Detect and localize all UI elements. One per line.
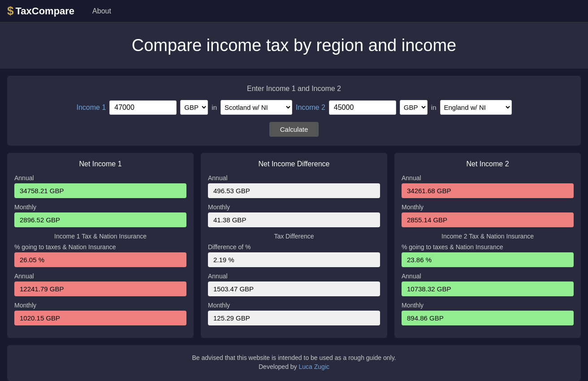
about-link[interactable]: About (88, 7, 116, 15)
input-section: Enter Income 1 and Income 2 Income 1 GBP… (7, 76, 581, 146)
ni2-monthly-value: 2855.14 GBP (402, 212, 574, 227)
footer-dev: Developed by Luca Zugic (14, 363, 574, 370)
ni2-percent-label: % going to taxes & Nation Insurance (402, 243, 574, 251)
ni1-annual-value: 34758.21 GBP (14, 183, 186, 198)
hero-banner: Compare income tax by region and income (0, 22, 588, 69)
ni1-percent-label: % going to taxes & Nation Insurance (14, 243, 186, 251)
ni1-percent-value: 26.05 % (14, 252, 186, 267)
ni2-annual-value: 34261.68 GBP (402, 183, 574, 198)
results-section: Net Income 1 Annual 34758.21 GBP Monthly… (7, 153, 581, 338)
ni1-annual2-label: Annual (14, 273, 186, 280)
nid-diff-percent-value: 2.19 % (208, 252, 380, 267)
hero-title: Compare income tax by region and income (7, 36, 581, 55)
nid-annual2-value: 1503.47 GBP (208, 281, 380, 296)
ni2-annual-label: Annual (402, 174, 574, 182)
net-income-2-title: Net Income 2 (402, 160, 574, 168)
ni2-annual2-value: 10738.32 GBP (402, 281, 574, 296)
ni2-monthly2-value: 894.86 GBP (402, 311, 574, 325)
ni1-monthly-value: 2896.52 GBP (14, 212, 186, 227)
ni2-monthly-label: Monthly (402, 203, 574, 211)
nid-diff-percent-label: Difference of % (208, 243, 380, 251)
ni1-monthly-label: Monthly (14, 203, 186, 211)
ni2-percent-value: 23.86 % (402, 252, 574, 267)
calculate-button[interactable]: Calculate (269, 122, 319, 137)
ni1-annual-label: Annual (14, 174, 186, 182)
net-income-diff-card: Net Income Difference Annual 496.53 GBP … (201, 153, 387, 338)
footer-disclaimer: Be advised that this website is intended… (14, 354, 574, 361)
brand-logo[interactable]: $ TaxCompare (7, 4, 74, 18)
income2-currency-select[interactable]: GBP USD EUR (400, 100, 428, 115)
footer-dev-link[interactable]: Luca Zugic (299, 363, 329, 370)
ni2-tax-section-label: Income 2 Tax & Nation Insurance (402, 233, 574, 240)
ni1-tax-section-label: Income 1 Tax & Nation Insurance (14, 233, 186, 240)
income2-label: Income 2 (296, 104, 325, 112)
input-subtitle: Enter Income 1 and Income 2 (14, 85, 574, 93)
net-income-2-card: Net Income 2 Annual 34261.68 GBP Monthly… (394, 153, 581, 338)
footer: Be advised that this website is intended… (7, 345, 581, 381)
nid-monthly-value: 41.38 GBP (208, 212, 380, 227)
calc-btn-row: Calculate (14, 122, 574, 137)
nid-monthly2-value: 125.29 GBP (208, 311, 380, 325)
brand-text: TaxCompare (15, 5, 74, 17)
nid-monthly2-label: Monthly (208, 302, 380, 309)
nid-annual-label: Annual (208, 174, 380, 182)
nid-tax-section-label: Tax Difference (208, 233, 380, 240)
net-income-1-title: Net Income 1 (14, 160, 186, 168)
income-row: Income 1 GBP USD EUR in Scotland w/ NI E… (14, 100, 574, 115)
nid-annual2-label: Annual (208, 273, 380, 280)
income2-region-select[interactable]: Scotland w/ NI England w/ NI Wales w/ NI… (440, 100, 512, 115)
ni2-monthly2-label: Monthly (402, 302, 574, 309)
income1-label: Income 1 (77, 104, 106, 112)
income2-in-text: in (431, 104, 437, 111)
ni1-annual2-value: 12241.79 GBP (14, 281, 186, 296)
ni1-monthly2-label: Monthly (14, 302, 186, 309)
income1-in-text: in (212, 104, 217, 111)
income2-input[interactable] (329, 100, 396, 115)
income1-input[interactable] (109, 100, 177, 115)
navbar: $ TaxCompare About (0, 0, 588, 22)
ni1-monthly2-value: 1020.15 GBP (14, 311, 186, 325)
nid-monthly-label: Monthly (208, 203, 380, 211)
net-income-diff-title: Net Income Difference (208, 160, 380, 168)
income1-region-select[interactable]: Scotland w/ NI England w/ NI Wales w/ NI… (220, 100, 292, 115)
net-income-1-card: Net Income 1 Annual 34758.21 GBP Monthly… (7, 153, 194, 338)
nid-annual-value: 496.53 GBP (208, 183, 380, 198)
dollar-icon: $ (7, 4, 13, 18)
ni2-annual2-label: Annual (402, 273, 574, 280)
income1-currency-select[interactable]: GBP USD EUR (180, 100, 208, 115)
